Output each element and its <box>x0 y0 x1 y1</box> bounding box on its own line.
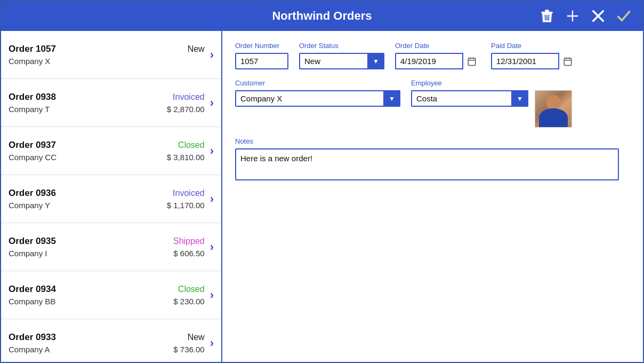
chevron-right-icon: › <box>210 144 214 158</box>
order-company: Company I <box>9 249 47 258</box>
employee-photo <box>535 90 572 128</box>
order-item-top: Order 1057 New <box>9 44 205 54</box>
employee-select-wrapper: Costa Smith Johnson <box>411 90 528 107</box>
notes-textarea[interactable]: Here is a new order! <box>235 148 619 180</box>
order-item-info: Order 0937 Closed Company CC $ 3,810.00 <box>9 140 205 162</box>
order-item-top: Order 0933 New <box>9 332 205 343</box>
order-company: Company BB <box>9 297 55 306</box>
order-item-bottom: Company I $ 606.50 <box>9 249 205 258</box>
order-item-top: Order 0935 Shipped <box>9 236 205 247</box>
cancel-button[interactable] <box>587 5 609 27</box>
form-row-3: Notes Here is a new order! <box>235 137 630 180</box>
order-list: Order 1057 New Company X › Order 0938 In… <box>1 31 222 362</box>
svg-line-6 <box>549 15 549 20</box>
order-status-select[interactable]: New Invoiced Closed Shipped <box>299 53 384 69</box>
order-status: New <box>188 333 205 342</box>
svg-rect-2 <box>542 12 553 13</box>
paid-date-label: Paid Date <box>491 42 576 50</box>
svg-rect-11 <box>468 58 476 66</box>
cancel-icon <box>591 9 606 23</box>
order-company: Company A <box>9 345 50 354</box>
order-item-bottom: Company BB $ 230.00 <box>9 297 205 306</box>
chevron-right-icon: › <box>210 48 214 62</box>
order-amount: $ 230.00 <box>173 297 204 306</box>
employee-select[interactable]: Costa Smith Johnson <box>411 90 528 107</box>
list-item[interactable]: Order 0937 Closed Company CC $ 3,810.00 … <box>1 127 221 175</box>
employee-field: Employee Costa Smith Johnson <box>411 79 572 128</box>
header: Northwind Orders <box>1 1 643 31</box>
notes-field: Notes Here is a new order! <box>235 137 630 180</box>
main-content: Order 1057 New Company X › Order 0938 In… <box>1 31 643 362</box>
order-item-info: Order 0938 Invoiced Company T $ 2,870.00 <box>9 92 205 114</box>
order-company: Company T <box>9 105 50 114</box>
order-status-field: Order Status New Invoiced Closed Shipped <box>299 42 384 69</box>
chevron-right-icon: › <box>210 336 214 350</box>
order-date-field: Order Date <box>395 42 480 69</box>
order-name: Order 0937 <box>9 140 56 151</box>
order-item-top: Order 0934 Closed <box>9 284 205 295</box>
order-date-label: Order Date <box>395 42 480 50</box>
list-item[interactable]: Order 1057 New Company X › <box>1 31 221 79</box>
order-item-info: Order 0935 Shipped Company I $ 606.50 <box>9 236 205 258</box>
order-amount: $ 2,870.00 <box>167 105 205 114</box>
order-status: Closed <box>178 140 205 150</box>
paid-date-wrapper <box>491 53 576 69</box>
customer-label: Customer <box>235 79 400 87</box>
header-actions <box>536 5 634 27</box>
plus-icon <box>565 9 580 23</box>
order-item-info: Order 1057 New Company X <box>9 44 205 66</box>
order-status: Invoiced <box>173 188 205 198</box>
order-amount: $ 606.50 <box>173 249 204 258</box>
order-item-bottom: Company T $ 2,870.00 <box>9 105 205 114</box>
checkmark-icon <box>616 9 631 23</box>
add-button[interactable] <box>562 5 583 27</box>
order-number-input[interactable] <box>235 53 288 69</box>
paid-date-field: Paid Date <box>491 42 576 69</box>
order-item-bottom: Company CC $ 3,810.00 <box>9 153 205 162</box>
order-item-top: Order 0938 Invoiced <box>9 92 205 102</box>
order-status: Shipped <box>173 236 205 246</box>
order-amount: $ 3,810.00 <box>167 153 205 162</box>
employee-label: Employee <box>411 79 572 87</box>
order-item-info: Order 0934 Closed Company BB $ 230.00 <box>9 284 205 306</box>
customer-select[interactable]: Company X Company T Company CC Company Y… <box>235 90 400 107</box>
paid-date-calendar-icon[interactable] <box>558 53 576 69</box>
list-item[interactable]: Order 0938 Invoiced Company T $ 2,870.00… <box>1 79 221 127</box>
form-row-1: Order Number Order Status New Invoiced C… <box>235 42 630 69</box>
svg-line-4 <box>545 15 546 20</box>
trash-icon <box>540 9 554 23</box>
svg-rect-15 <box>564 58 571 66</box>
chevron-right-icon: › <box>210 192 214 206</box>
order-date-calendar-icon[interactable] <box>462 53 480 69</box>
customer-field: Customer Company X Company T Company CC … <box>235 79 400 107</box>
order-name: Order 0938 <box>9 92 56 102</box>
chevron-right-icon: › <box>210 240 214 254</box>
app-container: Northwind Orders <box>0 0 644 363</box>
list-item[interactable]: Order 0934 Closed Company BB $ 230.00 › <box>1 271 221 319</box>
order-item-top: Order 0936 Invoiced <box>9 188 205 199</box>
order-item-bottom: Company Y $ 1,170.00 <box>9 201 205 210</box>
chevron-right-icon: › <box>210 288 214 302</box>
chevron-right-icon: › <box>210 96 214 110</box>
order-name: Order 0936 <box>9 188 56 199</box>
list-item[interactable]: Order 0933 New Company A $ 736.00 › <box>1 319 221 362</box>
list-item[interactable]: Order 0936 Invoiced Company Y $ 1,170.00… <box>1 175 221 223</box>
delete-button[interactable] <box>536 5 558 27</box>
order-number-field: Order Number <box>235 42 288 69</box>
svg-rect-3 <box>545 10 549 12</box>
order-status-select-wrapper: New Invoiced Closed Shipped <box>299 53 384 69</box>
order-name: Order 0934 <box>9 284 56 295</box>
confirm-button[interactable] <box>613 5 634 27</box>
order-amount: $ 736.00 <box>173 345 204 354</box>
order-name: Order 1057 <box>9 44 56 54</box>
order-status: Closed <box>178 285 205 294</box>
detail-panel: Order Number Order Status New Invoiced C… <box>222 31 643 362</box>
svg-rect-8 <box>567 15 578 17</box>
order-number-label: Order Number <box>235 42 288 50</box>
order-item-bottom: Company A $ 736.00 <box>9 345 205 354</box>
form-row-2: Customer Company X Company T Company CC … <box>235 79 630 128</box>
list-item[interactable]: Order 0935 Shipped Company I $ 606.50 › <box>1 223 221 271</box>
order-item-top: Order 0937 Closed <box>9 140 205 151</box>
order-status: Invoiced <box>173 92 205 102</box>
order-date-wrapper <box>395 53 480 69</box>
